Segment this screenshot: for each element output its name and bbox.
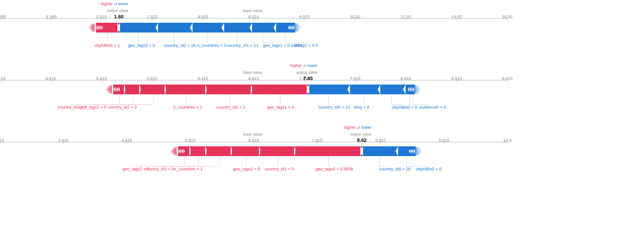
leader-line [278,156,278,166]
axis-tick: -3.085 [0,14,6,19]
feature-label: country_id2 = 0 [108,105,137,110]
leader-line [406,156,407,166]
legend-lower: lower [118,1,128,6]
chevron-right-icon [115,87,117,92]
negative-contribution [223,23,251,33]
negative-contribution [379,85,404,94]
feature-label: audience0 = 0 [419,105,446,110]
feature-label: country_id2 = 0 [145,166,174,171]
axis-tickmark [0,80,0,82]
axis-tickmark [101,18,101,20]
shap-force-plot: 4.4154.9155.4155.9156.4156.9157.4157.915… [0,62,507,120]
positive-contribution [252,85,308,94]
chevron-left-icon [190,23,193,33]
axis-tickmark [253,18,254,20]
chevron-left-icon [347,85,350,94]
leader-line [409,104,429,105]
chevron-left-icon [307,85,309,94]
legend-higher: higher [344,125,356,130]
legend: higher ⇄ lower [344,125,371,130]
chevron-right-icon [180,149,181,154]
feature-label: country_id1 = 0 [216,105,245,110]
leader-line [263,33,263,43]
axis-tickmark [190,142,191,144]
chevron-left-icon [413,87,414,92]
axis-tickmark [317,142,317,144]
chevron-left-icon [288,25,289,30]
axis-tickmark [51,80,51,82]
axis-tick: 4.415 [0,76,5,81]
chevron-left-icon [403,85,406,94]
feature-label: n_countries = 3 [197,43,226,48]
chevron-left-icon [396,146,398,156]
legend-lower: lower [307,63,317,68]
axis-tickmark [152,80,153,82]
shap-force-plot: .9153.9154.9155.9156.9157.9158.9159.9151… [0,124,507,182]
positive-contribution [166,85,207,94]
leader-line [280,94,280,105]
feature-label: country_id1 = 0 [265,166,294,171]
legend: higher ⇄ lower [101,1,128,6]
base-value-label: base value [243,70,262,75]
axis-tickmark [127,142,127,144]
chevron-right-icon [100,25,101,30]
legend-higher: higher [290,63,302,68]
leader-line [392,104,401,105]
chevron-left-icon [360,146,363,156]
leader-line [198,156,199,166]
axis-tickmark [304,18,304,20]
fade-cap [417,85,421,94]
chevron-right-icon [114,87,115,92]
axis-tickmark [381,142,381,144]
leader-line [153,94,154,105]
negative-contribution [362,146,396,156]
chevron-right-icon [97,25,98,30]
chevron-left-icon [291,25,293,30]
legend-higher: higher [101,1,113,6]
positive-contribution [207,146,232,156]
leader-line [329,156,329,166]
base-value-label: base value [243,132,262,137]
positive-contribution [125,85,141,94]
feature-label: cityInBio0 = 0 [392,105,417,110]
output-value-label: output value [296,70,317,75]
positive-contribution [191,146,207,156]
chevron-left-icon [412,149,413,154]
axis-tickmark [0,18,0,20]
positive-contribution [141,85,166,94]
output-value-label: output value [107,8,128,13]
axis-tickmark [406,18,406,20]
leader-line [121,104,153,105]
axis-tickmark [50,18,51,20]
feature-label: geo_tags0 = 0 [128,43,155,48]
negative-contribution [191,23,223,33]
leader-line [229,94,230,105]
swap-icon: ⇄ [357,125,360,130]
feature-label: cityInBio0 = 1 [94,43,120,48]
leader-line [263,43,273,43]
leader-line [328,94,329,105]
feature-label: country_id0 = 12 [318,105,350,110]
axis-tickmark [254,142,254,144]
positive-contribution [207,85,252,94]
axis-tickmark [457,18,457,20]
output-value: 8.62 [357,137,367,143]
leader-line [174,33,174,43]
positive-contribution [232,146,261,156]
fade-cap [418,146,422,156]
chevron-right-icon [119,87,120,92]
chevron-left-icon [409,149,410,154]
feature-label: country_id0 = 26 [379,166,410,171]
axis-tickmark [507,142,508,144]
swap-icon: ⇄ [303,63,306,68]
swap-icon: ⇄ [114,2,117,6]
feature-label: lang = 9 [354,105,369,110]
negative-contribution [251,23,275,33]
legend: higher ⇄ lower [290,63,317,68]
negative-contribution [157,23,191,33]
chevron-left-icon [117,23,120,33]
chevron-right-icon [183,149,185,154]
output-value: 1.60 [114,14,124,19]
negative-contribution [119,23,157,33]
chevron-left-icon [249,23,252,33]
